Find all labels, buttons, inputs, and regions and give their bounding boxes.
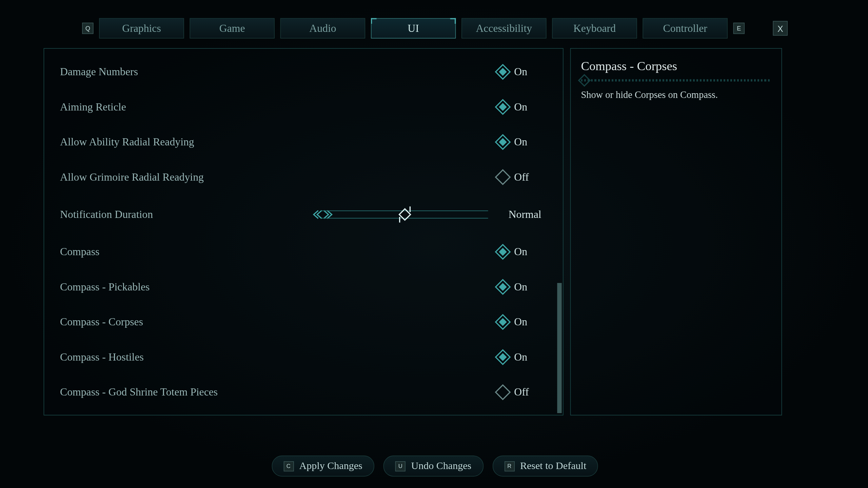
toggle[interactable]: On [497,351,548,363]
options-panel: Damage NumbersOnAiming ReticleOnAllow Ab… [44,48,564,415]
option-label: Aiming Reticle [60,101,497,113]
toggle[interactable]: On [497,281,548,293]
option-row[interactable]: Notification DurationNormal [60,195,548,234]
tab-controller[interactable]: Controller [643,18,728,38]
tabs-container: GraphicsGameAudioUIAccessibilityKeyboard… [99,18,728,38]
toggle[interactable]: On [497,66,548,78]
diamond-icon [495,384,511,400]
options-list: Damage NumbersOnAiming ReticleOnAllow Ab… [60,54,548,409]
toggle[interactable]: On [497,136,548,148]
toggle-value: On [514,66,527,78]
toggle-value: On [514,281,527,293]
undo-key: U [395,461,406,471]
prev-tab-key: Q [82,23,93,34]
option-row[interactable]: Compass - HostilesOn [60,340,548,375]
option-label: Compass [60,246,497,258]
diamond-icon [495,64,511,80]
toggle-value: On [514,246,527,258]
option-row[interactable]: CompassOn [60,234,548,269]
tab-ui[interactable]: UI [371,18,456,38]
scroll-thumb[interactable] [557,283,561,413]
close-button[interactable]: X [773,21,788,36]
option-row[interactable]: Compass - PickablesOn [60,269,548,305]
apply-label: Apply Changes [299,460,362,472]
diamond-icon [495,314,511,330]
option-row[interactable]: Compass - CorpsesOn [60,304,548,340]
slider[interactable]: Normal [310,208,548,221]
toggle-value: Off [514,386,529,399]
diamond-icon [495,244,511,260]
diamond-icon [495,279,511,295]
toggle-value: Off [514,171,529,183]
apply-changes-button[interactable]: C Apply Changes [272,455,374,476]
slider-handle[interactable] [398,208,411,221]
tab-keyboard[interactable]: Keyboard [552,18,637,38]
diamond-icon [495,169,511,185]
toggle-value: On [514,101,527,113]
option-label: Allow Ability Radial Readying [60,136,497,148]
option-row[interactable]: Aiming ReticleOn [60,89,548,125]
reset-key: R [504,461,514,471]
tab-audio[interactable]: Audio [280,18,366,38]
apply-key: C [283,461,294,471]
description-panel: Compass - Corpses Show or hide Corpses o… [570,48,782,415]
scrollbar[interactable] [557,50,561,414]
toggle[interactable]: On [497,246,548,258]
toggle[interactable]: Off [497,386,548,399]
toggle-value: On [514,316,527,328]
reset-default-button[interactable]: R Reset to Default [492,455,598,476]
divider [581,79,771,82]
next-tab-key: E [733,23,745,34]
option-label: Damage Numbers [60,66,497,78]
toggle[interactable]: On [497,316,548,328]
option-label: Allow Grimoire Radial Readying [60,171,497,183]
option-label: Compass - Pickables [60,281,497,293]
chevron-left-icon[interactable] [310,208,323,221]
undo-changes-button[interactable]: U Undo Changes [383,455,484,476]
option-label: Compass - Corpses [60,316,497,328]
reset-label: Reset to Default [520,460,586,472]
description-body: Show or hide Corpses on Compass. [581,88,771,102]
undo-label: Undo Changes [411,460,471,472]
footer-buttons: C Apply Changes U Undo Changes R Reset t… [0,455,868,476]
toggle-value: On [514,351,527,363]
tab-accessibility[interactable]: Accessibility [461,18,547,38]
description-title: Compass - Corpses [581,59,771,74]
settings-tab-bar: Q GraphicsGameAudioUIAccessibilityKeyboa… [0,18,868,38]
option-label: Compass - Hostiles [60,351,497,363]
toggle[interactable]: On [497,101,548,113]
option-label: Compass - God Shrine Totem Pieces [60,386,497,399]
option-row[interactable]: Compass - God Shrine Totem PiecesOff [60,375,548,409]
toggle[interactable]: Off [497,171,548,183]
option-row[interactable]: Allow Ability Radial ReadyingOn [60,124,548,160]
diamond-icon [495,349,511,365]
option-row[interactable]: Allow Grimoire Radial ReadyingOff [60,160,548,195]
diamond-icon [495,134,511,150]
toggle-value: On [514,136,527,148]
option-label: Notification Duration [60,208,310,221]
option-row[interactable]: Damage NumbersOn [60,54,548,89]
diamond-icon [495,99,511,115]
tab-graphics[interactable]: Graphics [99,18,184,38]
slider-value: Normal [509,208,548,221]
tab-game[interactable]: Game [190,18,274,38]
